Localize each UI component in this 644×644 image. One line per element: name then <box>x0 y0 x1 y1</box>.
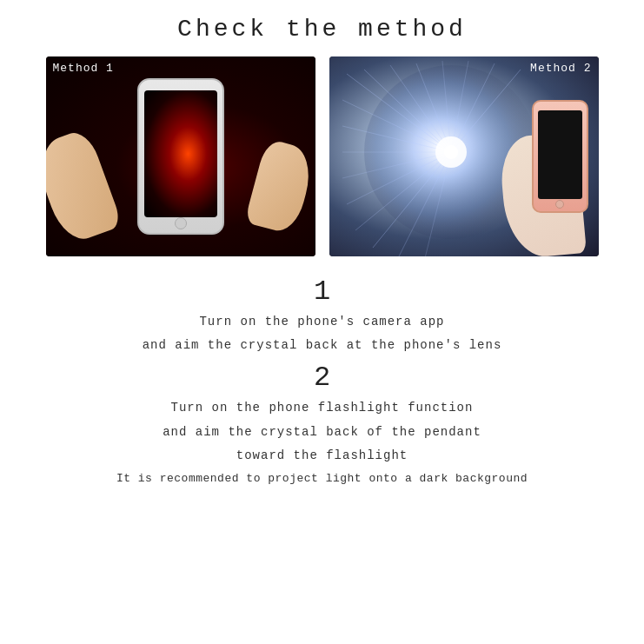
steps-section: 1 Turn on the phone's camera app and aim… <box>26 272 618 485</box>
phone-method1 <box>137 78 224 235</box>
method2-card: Method 2 <box>329 56 599 256</box>
step1-line1: Turn on the phone's camera app <box>199 311 444 333</box>
images-row: Method 1 <box>26 56 618 256</box>
phone-method1-screen <box>144 90 217 217</box>
step2-number: 2 <box>314 362 330 394</box>
hand-right <box>244 138 315 236</box>
note-text: It is recommended to project light onto … <box>116 472 528 485</box>
step1-number: 1 <box>314 276 330 308</box>
page-title: Check the method <box>177 16 467 43</box>
step2-line3: toward the flashlight <box>236 445 408 467</box>
phone-method2 <box>532 100 588 213</box>
method2-background <box>329 56 599 256</box>
center-bright <box>444 145 458 159</box>
method1-label: Method 1 <box>53 62 114 75</box>
step2-line2: and aim the crystal back of the pendant <box>163 422 481 443</box>
phone-method2-screen <box>538 110 582 199</box>
phone-method2-button <box>555 200 564 209</box>
page: Check the method Method 1 <box>0 0 644 644</box>
step2-line1: Turn on the phone flashlight function <box>171 397 474 419</box>
step1-line2: and aim the crystal back at the phone's … <box>143 335 502 356</box>
hand-left <box>46 128 123 247</box>
method1-background <box>46 56 315 256</box>
phone-method1-button <box>175 217 187 229</box>
method2-label: Method 2 <box>530 62 591 75</box>
method1-card: Method 1 <box>46 56 315 256</box>
